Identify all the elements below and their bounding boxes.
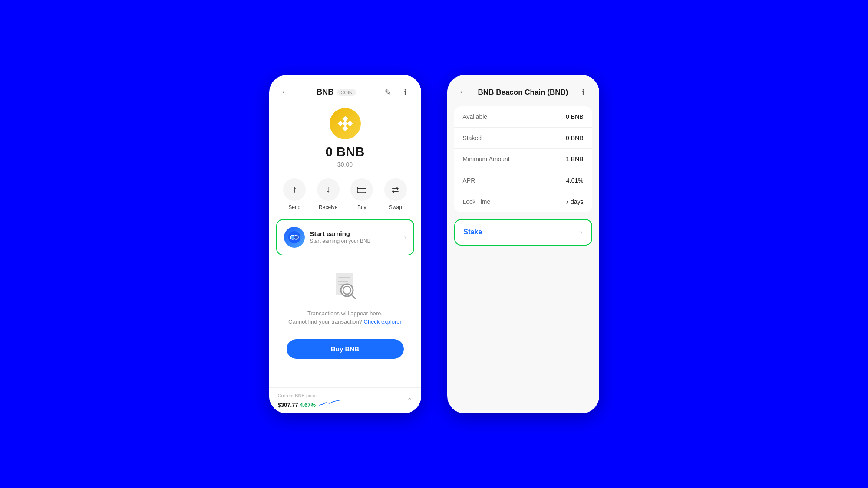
buy-icon [350, 178, 373, 201]
check-explorer-link[interactable]: Check explorer [364, 318, 402, 325]
action-buttons: ↑ Send ↓ Receive Buy ⇄ Swap [269, 178, 421, 210]
header-center: BNB COIN [317, 88, 356, 97]
right-phone: ← BNB Beacon Chain (BNB) ℹ Available 0 B… [447, 75, 599, 413]
svg-rect-12 [338, 281, 348, 282]
right-info-button[interactable]: ℹ [577, 85, 591, 99]
swap-icon: ⇄ [384, 178, 407, 201]
receive-button[interactable]: ↓ Receive [317, 178, 340, 210]
left-phone-header: ← BNB COIN ✎ ℹ [269, 75, 421, 104]
svg-rect-11 [338, 277, 350, 278]
staked-row: Staked 0 BNB [454, 128, 592, 149]
available-row: Available 0 BNB [454, 106, 592, 128]
back-button[interactable]: ← [278, 85, 292, 99]
receive-label: Receive [319, 204, 337, 210]
buy-label: Buy [357, 204, 366, 210]
earning-text: Start earning Start earning on your BNB [310, 230, 399, 244]
edit-button[interactable]: ✎ [381, 85, 395, 99]
min-amount-label: Minimum Amount [463, 156, 510, 163]
lock-time-label: Lock Time [463, 198, 491, 205]
info-card: Available 0 BNB Staked 0 BNB Minimum Amo… [454, 106, 592, 212]
bnb-icon [336, 114, 355, 133]
svg-rect-6 [357, 188, 366, 189]
price-info: Current BNB price $307.77 4.67% [278, 393, 341, 408]
earning-subtitle: Start earning on your BNB [310, 238, 399, 244]
stake-chevron-icon: › [580, 228, 583, 237]
staked-value: 0 BNB [566, 134, 583, 141]
bnb-logo [330, 108, 361, 139]
price-bar: Current BNB price $307.77 4.67% ⌃ [269, 387, 421, 413]
right-phone-header: ← BNB Beacon Chain (BNB) ℹ [447, 75, 599, 106]
apr-row: APR 4.61% [454, 170, 592, 191]
buy-bnb-container: Buy BNB [269, 331, 421, 389]
swap-button[interactable]: ⇄ Swap [384, 178, 407, 210]
lock-time-value: 7 days [565, 198, 583, 205]
header-icons: ✎ ℹ [381, 85, 413, 99]
min-amount-value: 1 BNB [566, 156, 583, 163]
staked-label: Staked [463, 134, 482, 141]
apr-value: 4.61% [566, 177, 584, 184]
earning-title: Start earning [310, 230, 399, 237]
available-value: 0 BNB [566, 113, 583, 120]
start-earning-card[interactable]: Start earning Start earning on your BNB … [276, 219, 414, 255]
price-bar-chevron-icon[interactable]: ⌃ [407, 396, 413, 405]
earning-chevron-icon: › [404, 233, 406, 241]
stake-label: Stake [464, 228, 482, 236]
right-phone-title: BNB Beacon Chain (BNB) [475, 88, 571, 97]
receive-icon: ↓ [317, 178, 340, 201]
svg-point-9 [294, 235, 298, 239]
svg-rect-5 [357, 187, 366, 193]
buy-bnb-button[interactable]: Buy BNB [287, 339, 404, 359]
balance-fiat: $0.00 [269, 161, 421, 168]
send-button[interactable]: ↑ Send [283, 178, 306, 210]
lock-time-row: Lock Time 7 days [454, 191, 592, 212]
stake-button-card[interactable]: Stake › [454, 219, 592, 246]
min-amount-row: Minimum Amount 1 BNB [454, 149, 592, 170]
coin-title: BNB [317, 88, 333, 97]
price-change: 4.67% [300, 402, 316, 408]
tx-text: Transactions will appear here. [307, 309, 383, 318]
earning-icon [284, 227, 305, 248]
buy-action-button[interactable]: Buy [350, 178, 373, 210]
svg-marker-4 [342, 121, 348, 126]
svg-point-15 [343, 286, 351, 294]
price-label: Current BNB price [278, 393, 341, 398]
left-phone: ← BNB COIN ✎ ℹ 0 BNB $0.00 ↑ Send ↓ Rece… [269, 75, 421, 413]
coin-badge: COIN [337, 89, 356, 96]
chart-mini [319, 402, 341, 408]
price-value: $307.77 4.67% [278, 398, 341, 408]
tx-check-text: Cannot find your transaction? Check expl… [288, 318, 402, 326]
info-button[interactable]: ℹ [399, 85, 413, 99]
right-back-button[interactable]: ← [456, 85, 470, 99]
balance-amount: 0 BNB [269, 144, 421, 159]
send-icon: ↑ [283, 178, 306, 201]
apr-label: APR [463, 177, 475, 184]
svg-line-16 [351, 295, 355, 298]
available-label: Available [463, 113, 488, 120]
swap-label: Swap [389, 204, 402, 210]
send-label: Send [288, 204, 300, 210]
search-illustration [328, 269, 363, 303]
empty-transactions: Transactions will appear here. Cannot fi… [269, 255, 421, 331]
